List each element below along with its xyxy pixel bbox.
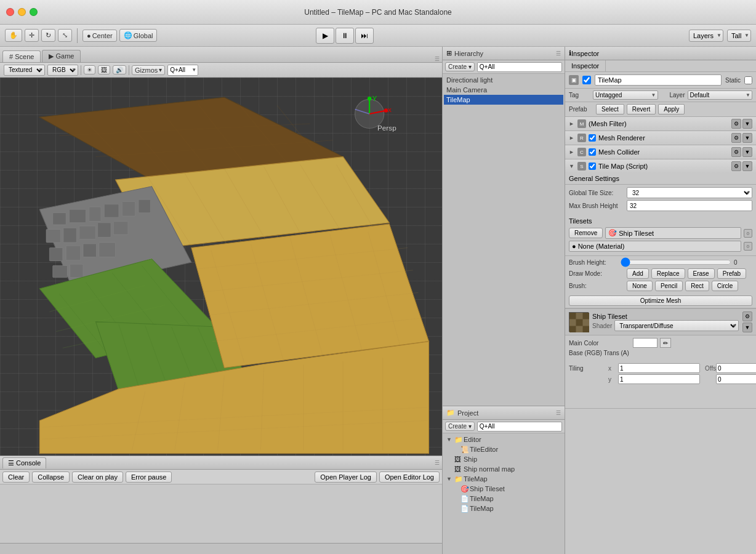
layers-dropdown-wrap[interactable]: Layers xyxy=(689,30,723,42)
mesh-filter-header[interactable]: ► M (Mesh Filter) ⚙ ▼ xyxy=(565,117,756,130)
tilemap-script-enabled-checkbox[interactable] xyxy=(589,163,596,170)
open-editor-log-button[interactable]: Open Editor Log xyxy=(379,472,440,483)
tileset-refresh-icon[interactable]: ○ xyxy=(744,229,752,238)
console-tab[interactable]: ☰ Console xyxy=(2,457,46,468)
gizmos-button[interactable]: Gizmos ▾ xyxy=(132,65,165,75)
play-button[interactable]: ▶ xyxy=(316,28,334,44)
tiling-x-input[interactable] xyxy=(618,363,700,373)
revert-prefab-button[interactable]: Revert xyxy=(627,104,656,114)
optimize-mesh-button[interactable]: Optimize Mesh xyxy=(569,295,752,306)
scene-panel-drag[interactable]: ☰ xyxy=(435,56,440,62)
brush-pencil-button[interactable]: Pencil xyxy=(655,281,683,291)
move-tool-button[interactable]: ✛ xyxy=(25,29,39,42)
mesh-collider-header[interactable]: ► C Mesh Collider ⚙ ▼ xyxy=(565,145,756,159)
mesh-renderer-enabled-checkbox[interactable] xyxy=(589,134,596,142)
tall-dropdown-wrap[interactable]: Tall xyxy=(727,30,751,42)
max-brush-height-input[interactable] xyxy=(627,200,752,211)
collapse-button[interactable]: Collapse xyxy=(32,472,70,483)
brush-height-slider[interactable] xyxy=(621,258,731,267)
audio-button[interactable]: 🔊 xyxy=(113,65,126,74)
all-filter-wrap[interactable] xyxy=(167,65,198,76)
object-active-checkbox[interactable] xyxy=(582,76,591,84)
shader-select-wrap[interactable]: Transparent/Diffuse xyxy=(614,320,739,331)
render-mode-wrap[interactable]: Textured xyxy=(4,65,45,76)
mesh-collider-enabled-checkbox[interactable] xyxy=(589,148,596,156)
tilemap-script-settings-icon[interactable]: ⚙ xyxy=(731,161,741,171)
offset-x-input[interactable] xyxy=(716,363,756,373)
draw-prefab-button[interactable]: Prefab xyxy=(717,268,746,279)
tall-dropdown[interactable]: Tall xyxy=(727,30,751,42)
project-item-editor[interactable]: ▼ 📁 Editor xyxy=(444,435,563,444)
project-search-input[interactable] xyxy=(477,422,562,432)
scene-search-input[interactable] xyxy=(167,65,198,76)
color-picker-button[interactable]: ✏ xyxy=(660,338,671,348)
window-controls[interactable] xyxy=(6,8,38,16)
draw-add-button[interactable]: Add xyxy=(627,268,649,279)
mesh-collider-settings-icon[interactable]: ⚙ xyxy=(731,147,741,157)
minimize-button[interactable] xyxy=(18,8,26,16)
maximize-button[interactable] xyxy=(30,8,38,16)
mesh-filter-settings-icon[interactable]: ⚙ xyxy=(731,119,741,129)
material-refresh-icon[interactable]: ○ xyxy=(744,242,752,251)
console-drag-handle[interactable]: ☰ xyxy=(435,460,440,466)
offset-y-input[interactable] xyxy=(716,374,756,384)
hierarchy-drag-handle[interactable]: ☰ xyxy=(556,50,561,57)
clear-on-play-button[interactable]: Clear on play xyxy=(72,472,123,483)
project-drag-handle[interactable]: ☰ xyxy=(556,410,561,416)
inspector-tab-inspector[interactable]: Inspector xyxy=(565,60,606,71)
rotate-tool-button[interactable]: ↻ xyxy=(41,29,55,42)
layer-select[interactable]: Default xyxy=(688,90,753,100)
project-item-ship[interactable]: 🖼 Ship xyxy=(444,454,563,464)
draw-replace-button[interactable]: Replace xyxy=(651,268,685,279)
image-effects-button[interactable]: 🖼 xyxy=(98,65,110,74)
shader-select[interactable]: Transparent/Diffuse xyxy=(614,320,739,331)
project-item-ship-normal[interactable]: 🖼 Ship normal map xyxy=(444,464,563,474)
tag-select-wrap[interactable]: Untagged xyxy=(593,90,658,100)
layer-select-wrap[interactable]: Default xyxy=(688,90,753,100)
brush-circle-button[interactable]: Circle xyxy=(712,281,739,291)
hierarchy-item-main-camera[interactable]: Main Camera xyxy=(444,85,563,95)
project-create-button[interactable]: Create ▾ xyxy=(445,422,475,431)
tileset-more-icon[interactable]: ▼ xyxy=(742,323,752,332)
brush-rect-button[interactable]: Rect xyxy=(685,281,709,291)
draw-erase-button[interactable]: Erase xyxy=(688,268,715,279)
hierarchy-item-directional-light[interactable]: Directional light xyxy=(444,75,563,85)
layers-dropdown[interactable]: Layers xyxy=(689,30,723,42)
hierarchy-search-input[interactable] xyxy=(477,62,562,72)
open-player-log-button[interactable]: Open Player Log xyxy=(315,472,377,483)
scale-tool-button[interactable]: ⤡ xyxy=(58,29,72,42)
static-checkbox[interactable] xyxy=(744,76,752,84)
tilemap-script-header[interactable]: ▼ S Tile Map (Script) ⚙ ▼ xyxy=(565,159,756,173)
global-tile-size-select-wrap[interactable]: 32 xyxy=(627,187,752,198)
object-name-input[interactable] xyxy=(595,74,722,86)
tilemap-script-more-icon[interactable]: ▼ xyxy=(742,161,752,171)
step-button[interactable]: ⏭ xyxy=(355,28,374,44)
none-material-field[interactable]: ● None (Material) xyxy=(569,241,741,252)
select-prefab-button[interactable]: Select xyxy=(596,104,624,114)
clear-button[interactable]: Clear xyxy=(2,472,30,483)
mesh-collider-more-icon[interactable]: ▼ xyxy=(742,147,752,157)
color-mode-wrap[interactable]: RGB xyxy=(47,65,78,76)
mesh-renderer-header[interactable]: ► R Mesh Renderer ⚙ ▼ xyxy=(565,131,756,145)
tileset-remove-button[interactable]: Remove xyxy=(569,228,603,238)
mesh-renderer-settings-icon[interactable]: ⚙ xyxy=(731,133,741,143)
hierarchy-create-button[interactable]: Create ▾ xyxy=(445,62,475,71)
project-item-ship-tileset[interactable]: 🎯 Ship Tileset xyxy=(444,484,563,494)
main-color-box[interactable] xyxy=(633,338,657,348)
tileset-settings-icon[interactable]: ⚙ xyxy=(742,311,752,321)
apply-prefab-button[interactable]: Apply xyxy=(658,104,685,114)
error-pause-button[interactable]: Error pause xyxy=(126,472,172,483)
render-mode-select[interactable]: Textured xyxy=(4,65,45,76)
pause-button[interactable]: ⏸ xyxy=(336,28,354,44)
project-item-tileeditor[interactable]: 📜 TileEditor xyxy=(444,444,563,454)
mesh-filter-more-icon[interactable]: ▼ xyxy=(742,119,752,129)
project-item-tilemap-2[interactable]: 📄 TileMap xyxy=(444,504,563,513)
global-tile-size-select[interactable]: 32 xyxy=(627,187,752,198)
lighting-button[interactable]: ☀ xyxy=(84,65,95,74)
tiling-y-input[interactable] xyxy=(618,374,700,384)
tag-select[interactable]: Untagged xyxy=(593,90,658,100)
global-button[interactable]: 🌐 Global xyxy=(119,29,158,42)
ship-tileset-field[interactable]: 🎯 Ship Tileset xyxy=(605,227,741,239)
project-item-tilemap-1[interactable]: 📄 TileMap xyxy=(444,494,563,504)
project-item-tilemap-folder[interactable]: ▼ 📁 TileMap xyxy=(444,474,563,484)
